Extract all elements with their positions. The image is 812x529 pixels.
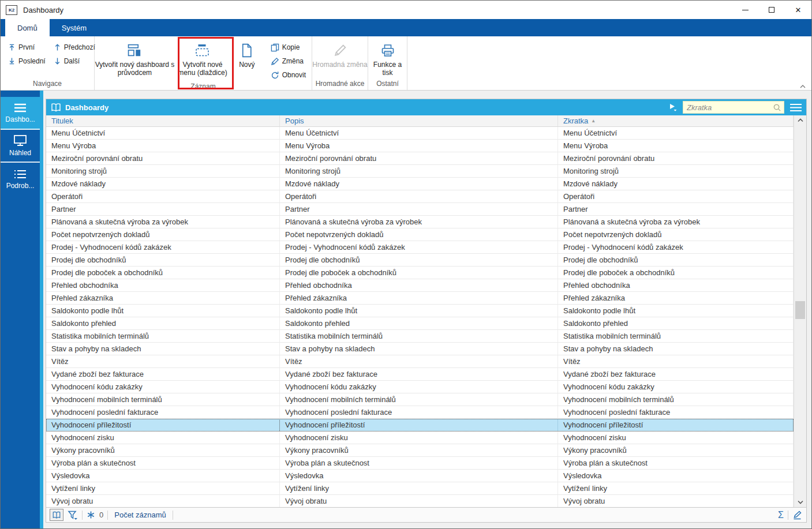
cell-titulek[interactable]: Výroba plán a skutečnost xyxy=(46,457,280,469)
cell-titulek[interactable]: Přehled zákazníka xyxy=(46,292,280,304)
copy-button[interactable]: Kopie xyxy=(268,40,308,54)
sidebar-item-nahled[interactable]: Náhled xyxy=(1,130,40,163)
cell-popis[interactable]: Vyhodnocení příležitostí xyxy=(280,419,558,431)
cell-titulek[interactable]: Mzdové náklady xyxy=(46,178,280,190)
first-button[interactable]: První xyxy=(6,40,48,54)
table-row[interactable]: Vyhodnocení příležitostí Vyhodnocení pří… xyxy=(46,419,794,432)
refresh-button[interactable]: Obnovit xyxy=(268,68,308,82)
change-button[interactable]: Změna xyxy=(268,54,308,68)
create-dashboard-button[interactable]: Vytvořit nový dashboard s průvodcem xyxy=(95,36,175,82)
cell-popis[interactable]: Plánovaná a skutečná výroba za výrobek xyxy=(280,216,558,228)
cell-zkratka[interactable]: Přehled obchodníka xyxy=(558,279,794,291)
table-row[interactable]: Prodej dle poboček a obchodníků Prodej d… xyxy=(46,267,794,279)
cell-popis[interactable]: Menu Výroba xyxy=(280,140,558,152)
create-menu-tiles-button[interactable]: Vytvořit nové menu (dlaždice) xyxy=(175,36,230,82)
cell-popis[interactable]: Vytížení linky xyxy=(280,482,558,494)
table-row[interactable]: Vývoj obratu Vývoj obratu Vývoj obratu xyxy=(46,495,794,507)
cell-popis[interactable]: Prodej dle obchodníků xyxy=(280,254,558,266)
cell-popis[interactable]: Počet nepotvrzených dokladů xyxy=(280,228,558,241)
cell-zkratka[interactable]: Prodej dle obchodníků xyxy=(558,254,794,266)
cell-zkratka[interactable]: Počet nepotvrzených dokladů xyxy=(558,228,794,241)
cell-titulek[interactable]: Saldokonto přehled xyxy=(46,317,280,329)
cell-zkratka[interactable]: Operátoři xyxy=(558,190,794,202)
cell-titulek[interactable]: Vyhodnocení kódu zakázky xyxy=(46,381,280,393)
cell-popis[interactable]: Saldokonto přehled xyxy=(280,317,558,329)
cell-titulek[interactable]: Vývoj obratu xyxy=(46,495,280,507)
cell-titulek[interactable]: Menu Výroba xyxy=(46,140,280,152)
table-row[interactable]: Vyhodnocení mobilních terminálů Vyhodnoc… xyxy=(46,393,794,406)
table-row[interactable]: Plánovaná a skutečná výroba za výrobek P… xyxy=(46,216,794,228)
cell-titulek[interactable]: Vyhodnocení poslední fakturace xyxy=(46,406,280,418)
sidebar-item-dashboardy[interactable]: Dashbo... xyxy=(1,97,40,130)
cell-popis[interactable]: Vývoj obratu xyxy=(280,495,558,507)
cell-popis[interactable]: Meziroční porovnání obratu xyxy=(280,152,558,164)
cell-zkratka[interactable]: Menu Účetnictví xyxy=(558,127,794,139)
cell-titulek[interactable]: Stav a pohyby na skladech xyxy=(46,343,280,355)
cell-popis[interactable]: Menu Účetnictví xyxy=(280,127,558,139)
cell-popis[interactable]: Vyhodnocení poslední fakturace xyxy=(280,406,558,418)
cell-zkratka[interactable]: Prodej - Vyhodnocení kódů zakázek xyxy=(558,241,794,253)
functions-print-button[interactable]: Funkce a tisk xyxy=(368,36,407,79)
cell-zkratka[interactable]: Výkony pracovníků xyxy=(558,444,794,456)
cell-popis[interactable]: Vyhodnocení mobilních terminálů xyxy=(280,393,558,406)
cell-titulek[interactable]: Statistika mobilních terminálů xyxy=(46,330,280,342)
cell-popis[interactable]: Saldokonto podle lhůt xyxy=(280,305,558,317)
cell-zkratka[interactable]: Saldokonto přehled xyxy=(558,317,794,329)
table-row[interactable]: Výroba plán a skutečnost Výroba plán a s… xyxy=(46,457,794,470)
sidebar-item-podrobnosti[interactable]: Podrob... xyxy=(1,163,40,196)
cell-zkratka[interactable]: Vyhodnocení zisku xyxy=(558,432,794,444)
cell-zkratka[interactable]: Vyhodnocení kódu zakázky xyxy=(558,381,794,393)
vertical-scrollbar[interactable] xyxy=(794,115,806,507)
cell-popis[interactable]: Přehled zákazníka xyxy=(280,292,558,304)
cell-zkratka[interactable]: Výroba plán a skutečnost xyxy=(558,457,794,469)
cell-zkratka[interactable]: Vítěz xyxy=(558,355,794,367)
table-row[interactable]: Výsledovka Výsledovka Výsledovka xyxy=(46,470,794,482)
cell-popis[interactable]: Vyhodnocení zisku xyxy=(280,432,558,444)
table-row[interactable]: Monitoring strojů Monitoring strojů Moni… xyxy=(46,165,794,178)
cell-titulek[interactable]: Vyhodnocení příležitostí xyxy=(46,419,280,431)
previous-button[interactable]: Předchozí xyxy=(51,40,98,54)
cell-popis[interactable]: Přehled obchodníka xyxy=(280,279,558,291)
scroll-down-icon[interactable] xyxy=(794,497,806,507)
cell-titulek[interactable]: Prodej dle obchodníků xyxy=(46,254,280,266)
table-row[interactable]: Menu Účetnictví Menu Účetnictví Menu Úče… xyxy=(46,127,794,140)
cell-zkratka[interactable]: Vytížení linky xyxy=(558,482,794,494)
cell-titulek[interactable]: Vyhodnocení mobilních terminálů xyxy=(46,393,280,406)
cell-zkratka[interactable]: Partner xyxy=(558,203,794,215)
column-header-titulek[interactable]: Titulek xyxy=(46,115,280,126)
cell-titulek[interactable]: Vítěz xyxy=(46,355,280,367)
cell-popis[interactable]: Vyhodnocení kódu zakázky xyxy=(280,381,558,393)
cell-zkratka[interactable]: Prodej dle poboček a obchodníků xyxy=(558,267,794,279)
cell-titulek[interactable]: Monitoring strojů xyxy=(46,165,280,177)
cell-titulek[interactable]: Menu Účetnictví xyxy=(46,127,280,139)
cell-zkratka[interactable]: Vyhodnocení mobilních terminálů xyxy=(558,393,794,406)
table-row[interactable]: Mzdové náklady Mzdové náklady Mzdové nák… xyxy=(46,178,794,190)
cell-zkratka[interactable]: Menu Výroba xyxy=(558,140,794,152)
table-row[interactable]: Přehled zákazníka Přehled zákazníka Přeh… xyxy=(46,292,794,305)
scroll-up-icon[interactable] xyxy=(794,115,806,125)
table-row[interactable]: Partner Partner Partner xyxy=(46,203,794,216)
maximize-button[interactable] xyxy=(758,1,785,19)
search-input[interactable] xyxy=(687,103,773,112)
cell-popis[interactable]: Partner xyxy=(280,203,558,215)
cell-zkratka[interactable]: Stav a pohyby na skladech xyxy=(558,343,794,355)
table-row[interactable]: Vyhodnocení poslední fakturace Vyhodnoce… xyxy=(46,406,794,419)
table-row[interactable]: Vyhodnocení zisku Vyhodnocení zisku Vyho… xyxy=(46,432,794,444)
table-row[interactable]: Prodej dle obchodníků Prodej dle obchodn… xyxy=(46,254,794,267)
cell-titulek[interactable]: Výkony pracovníků xyxy=(46,444,280,456)
cell-zkratka[interactable]: Mzdové náklady xyxy=(558,178,794,190)
tab-domu[interactable]: Domů xyxy=(5,19,50,36)
ribbon-collapse-button[interactable] xyxy=(799,84,806,89)
scrollbar-thumb[interactable] xyxy=(795,301,805,319)
cell-titulek[interactable]: Prodej - Vyhodnocení kódů zakázek xyxy=(46,241,280,253)
cell-titulek[interactable]: Výsledovka xyxy=(46,470,280,482)
cell-titulek[interactable]: Operátoři xyxy=(46,190,280,202)
cell-popis[interactable]: Operátoři xyxy=(280,190,558,202)
cell-popis[interactable]: Monitoring strojů xyxy=(280,165,558,177)
minimize-button[interactable] xyxy=(732,1,758,19)
cell-titulek[interactable]: Vydané zboží bez fakturace xyxy=(46,368,280,380)
cell-popis[interactable]: Výroba plán a skutečnost xyxy=(280,457,558,469)
cell-popis[interactable]: Výkony pracovníků xyxy=(280,444,558,456)
cell-zkratka[interactable]: Vydané zboží bez fakturace xyxy=(558,368,794,380)
cell-zkratka[interactable]: Plánovaná a skutečná výroba za výrobek xyxy=(558,216,794,228)
